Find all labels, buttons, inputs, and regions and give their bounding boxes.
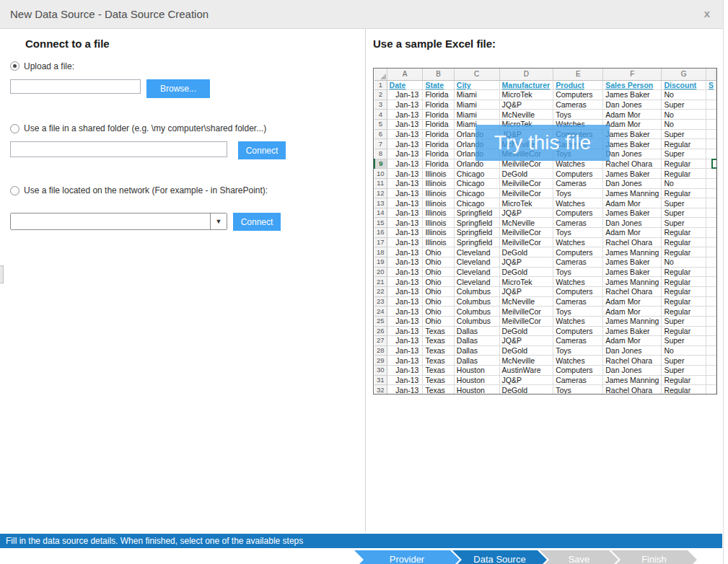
data-cell: [706, 218, 716, 228]
data-cell: James Manning: [603, 316, 662, 326]
upload-file-input[interactable]: [10, 79, 141, 94]
data-cell: JQ&P: [499, 100, 553, 110]
data-cell: Rachel Ohara: [603, 385, 662, 395]
data-cell: Jan-13: [387, 277, 423, 287]
data-cell: Jan-13: [387, 139, 423, 149]
row-number: 6: [374, 129, 387, 139]
data-cell: Illinois: [423, 188, 454, 198]
data-cell: Toys: [553, 307, 603, 317]
browse-button[interactable]: Browse...: [146, 79, 210, 98]
radio-network-file[interactable]: [10, 186, 19, 195]
data-cell: Florida: [423, 90, 454, 100]
data-cell: Houston: [454, 385, 499, 395]
column-letter: D: [499, 69, 553, 80]
data-cell: Regular: [662, 286, 706, 296]
data-cell: Dan Jones: [603, 178, 662, 188]
data-cell: DeGold: [499, 247, 553, 257]
wizard-step-provider[interactable]: Provider: [354, 550, 460, 564]
try-this-file-button[interactable]: Try this file: [475, 125, 610, 161]
data-cell: No: [662, 120, 706, 130]
data-cell: No: [662, 178, 706, 188]
network-file-combobox[interactable]: ▼: [10, 213, 227, 230]
column-letter: G: [662, 69, 706, 80]
chevron-down-icon[interactable]: ▼: [210, 213, 227, 229]
data-cell: Jan-13: [387, 169, 423, 179]
data-cell: [706, 366, 716, 376]
column-letter: F: [603, 69, 662, 80]
row-number: 2: [374, 90, 387, 100]
data-cell: James Baker: [603, 90, 662, 100]
radio-shared-folder[interactable]: [10, 124, 19, 133]
data-cell: [706, 90, 716, 100]
shared-folder-connect-button[interactable]: Connect: [238, 141, 286, 159]
data-cell: Florida: [423, 149, 454, 159]
upload-file-label: Upload a file:: [24, 61, 74, 71]
row-number: 4: [374, 110, 387, 120]
row-number: 20: [374, 267, 387, 277]
data-cell: Dallas: [454, 336, 499, 346]
active-cell-indicator: [711, 159, 717, 169]
data-cell: [706, 375, 716, 385]
data-cell: Jan-13: [387, 129, 423, 139]
left-panel-collapse-handle[interactable]: [0, 265, 4, 283]
data-cell: Jan-13: [387, 307, 423, 317]
data-cell: James Manning: [603, 247, 662, 257]
radio-upload-file[interactable]: [10, 61, 19, 71]
data-cell: Houston: [454, 375, 499, 385]
data-cell: [706, 326, 716, 336]
data-cell: Watches: [553, 277, 603, 287]
wizard-step-save[interactable]: Save: [540, 550, 618, 564]
data-cell: Dan Jones: [603, 149, 662, 159]
data-cell: [706, 188, 716, 198]
data-cell: Cleveland: [454, 277, 499, 287]
data-cell: MeilvilleCor: [499, 228, 553, 238]
data-cell: James Baker: [603, 139, 662, 149]
data-cell: Computers: [553, 326, 603, 336]
network-file-label: Use a file located on the network (For e…: [24, 185, 268, 195]
row-number: 11: [374, 178, 387, 188]
data-cell: [706, 296, 716, 307]
data-cell: Jan-13: [387, 159, 423, 169]
data-cell: Regular: [662, 228, 706, 238]
data-cell: [706, 267, 716, 277]
data-cell: [706, 316, 716, 326]
data-cell: James Baker: [603, 169, 662, 179]
column-header: Date: [387, 80, 423, 90]
data-cell: Watches: [553, 356, 603, 366]
data-cell: Springfield: [454, 208, 499, 218]
connect-to-file-heading: Connect to a file: [25, 38, 110, 50]
data-cell: Cameras: [553, 257, 603, 268]
data-cell: [706, 100, 716, 110]
data-cell: Springfield: [454, 228, 499, 238]
data-cell: [706, 247, 716, 257]
row-number: 15: [374, 218, 387, 228]
column-header: Product: [553, 80, 603, 90]
close-icon[interactable]: x: [701, 7, 714, 20]
network-connect-button[interactable]: Connect: [233, 213, 281, 231]
data-cell: Toys: [553, 228, 603, 238]
data-cell: [706, 385, 716, 395]
data-cell: [706, 129, 716, 139]
data-cell: Toys: [553, 385, 603, 395]
row-number: 25: [374, 316, 387, 326]
network-file-input[interactable]: [11, 213, 211, 229]
data-cell: Florida: [423, 100, 454, 110]
row-number: 1: [374, 80, 387, 90]
data-cell: [706, 178, 716, 188]
row-number: 31: [374, 375, 387, 385]
row-number: 17: [374, 237, 387, 247]
data-cell: McNeville: [499, 356, 553, 366]
wizard-step-data-source[interactable]: Data Source: [452, 550, 547, 564]
shared-folder-label: Use a file in a shared folder (e.g. \my …: [24, 123, 266, 133]
data-cell: Texas: [423, 356, 454, 366]
data-cell: Dan Jones: [603, 100, 662, 110]
data-cell: Watches: [553, 198, 603, 208]
data-cell: [706, 277, 716, 287]
data-cell: Ohio: [423, 247, 454, 257]
data-cell: JQ&P: [499, 286, 553, 296]
shared-folder-input[interactable]: [10, 141, 227, 157]
wizard-step-finish[interactable]: Finish: [611, 550, 697, 564]
data-cell: Illinois: [423, 198, 454, 208]
row-number: 5: [374, 120, 387, 130]
data-cell: Cameras: [553, 100, 603, 110]
